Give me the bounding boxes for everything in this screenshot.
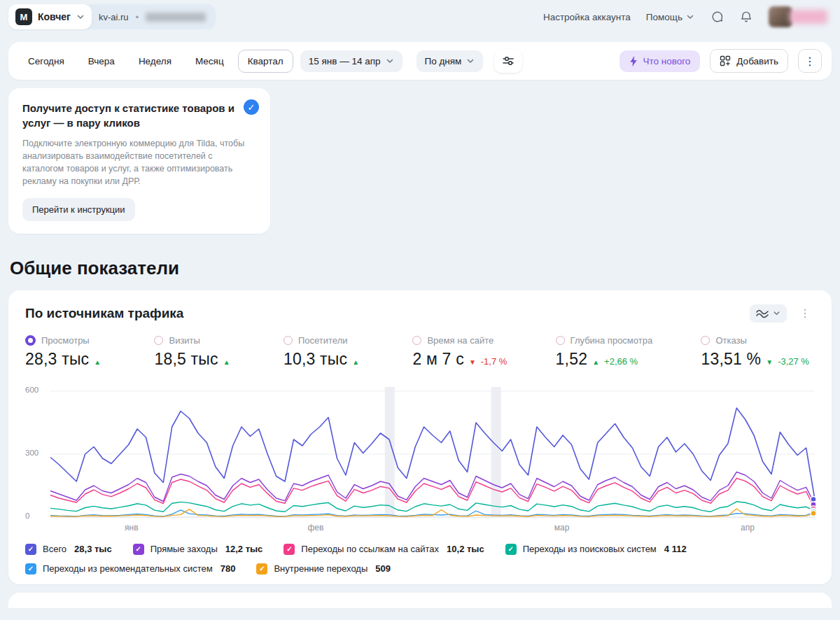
avatar xyxy=(769,6,792,27)
chevron-down-icon xyxy=(686,13,694,21)
checkbox-checked-icon: ✓ xyxy=(25,544,36,555)
x-axis-tick: фев xyxy=(307,523,323,533)
metric-users[interactable]: Посетители 10,3 тыс▲ xyxy=(284,335,364,369)
trend-arrow-icon: ▲ xyxy=(223,358,230,366)
widget-more-menu[interactable]: ⋮ xyxy=(795,305,815,321)
period-month[interactable]: Месяц xyxy=(186,50,234,73)
x-axis-tick: апр xyxy=(741,523,755,533)
toolbar-more-menu[interactable]: ⋮ xyxy=(798,49,822,73)
checkbox-checked-icon: ✓ xyxy=(256,563,267,575)
trend-arrow-icon: ▼ xyxy=(766,358,773,366)
trend-arrow-icon: ▲ xyxy=(94,358,101,366)
help-menu[interactable]: Помощь xyxy=(646,12,694,22)
checkbox-checked-icon: ✓ xyxy=(505,544,517,555)
legend-recommendation[interactable]: ✓ Переходы из рекомендательных систем 78… xyxy=(25,563,235,575)
counter-id-redacted xyxy=(146,13,206,22)
metric-pageviews[interactable]: Просмотры 28,3 тыс▲ xyxy=(25,335,106,369)
line-chart-icon xyxy=(756,309,769,318)
traffic-sources-widget: По источникам трафика ⋮ Просмотры 28,3 т… xyxy=(8,290,832,584)
radio-icon xyxy=(412,336,421,345)
add-widget-button[interactable]: Добавить xyxy=(710,49,788,73)
add-grid-icon xyxy=(720,55,731,66)
segments-filter-button[interactable] xyxy=(494,49,522,73)
checkbox-checked-icon: ✓ xyxy=(25,563,36,575)
radio-icon xyxy=(701,336,710,345)
chevron-down-icon xyxy=(466,57,475,65)
next-widget-top-edge xyxy=(8,593,832,608)
period-week[interactable]: Неделя xyxy=(129,50,181,73)
promo-title: Получите доступ к статистике товаров и у… xyxy=(22,101,238,130)
whats-new-button[interactable]: Что нового xyxy=(620,50,700,72)
period-today[interactable]: Сегодня xyxy=(18,50,74,73)
trend-arrow-icon: ▲ xyxy=(352,358,359,366)
chevron-down-icon xyxy=(76,13,85,21)
x-axis-tick: янв xyxy=(125,523,139,533)
period-yesterday[interactable]: Вчера xyxy=(78,50,125,73)
legend-site-links[interactable]: ✓ Переходы по ссылкам на сайтах 10,2 тыс xyxy=(284,544,484,555)
radio-icon xyxy=(556,336,565,345)
separator-dot: • xyxy=(136,12,139,22)
metric-selector-row: Просмотры 28,3 тыс▲ Визиты 18,5 тыс▲ Пос… xyxy=(25,335,815,369)
user-account[interactable] xyxy=(769,6,827,27)
ecommerce-promo-card: Получите доступ к статистике товаров и у… xyxy=(8,88,270,234)
legend-direct[interactable]: ✓ Прямые заходы 12,2 тыс xyxy=(133,544,263,555)
radio-icon xyxy=(284,336,293,345)
period-quarter[interactable]: Квартал xyxy=(238,50,293,73)
checkbox-checked-icon: ✓ xyxy=(133,544,144,555)
metric-time-on-site[interactable]: Время на сайте 2 м 7 с▼-1,7 % xyxy=(412,335,507,369)
granularity-select[interactable]: По дням xyxy=(416,50,484,72)
widget-title: По источникам трафика xyxy=(25,306,183,321)
chat-icon[interactable] xyxy=(710,10,724,24)
checkbox-checked-icon: ✓ xyxy=(284,544,295,555)
trend-arrow-icon: ▼ xyxy=(469,358,476,366)
line-chart-plot[interactable] xyxy=(50,387,815,520)
promo-instructions-button[interactable]: Перейти к инструкции xyxy=(22,198,135,221)
date-range-picker[interactable]: 15 янв — 14 апр xyxy=(300,50,402,72)
legend-search[interactable]: ✓ Переходы из поисковых систем 4 112 xyxy=(505,544,687,555)
chevron-down-icon xyxy=(773,309,780,317)
x-axis: янв фев мар апр xyxy=(50,523,815,535)
counter-selector[interactable]: M Ковчег xyxy=(8,4,92,29)
username-redacted xyxy=(790,10,827,24)
chart-type-select[interactable] xyxy=(750,304,787,323)
topbar-right: Настройка аккаунта Помощь xyxy=(543,6,827,27)
y-axis-tick: 300 xyxy=(25,449,45,457)
chevron-down-icon xyxy=(386,57,394,65)
metric-visits[interactable]: Визиты 18,5 тыс▲ xyxy=(154,335,234,369)
counter-name: Ковчег xyxy=(38,11,71,22)
legend-total[interactable]: ✓ Всего 28,3 тыс xyxy=(25,544,112,555)
lightning-icon xyxy=(629,56,638,66)
page-title: Общие показатели xyxy=(10,258,840,279)
y-axis-tick: 600 xyxy=(25,386,45,394)
topbar: M Ковчег kv-ai.ru • Настройка аккаунта П… xyxy=(0,0,840,34)
trend-arrow-icon: ▲ xyxy=(592,358,599,366)
account-settings-link[interactable]: Настройка аккаунта xyxy=(543,12,631,22)
site-link[interactable]: kv-ai.ru xyxy=(99,12,129,22)
radio-icon xyxy=(25,335,36,346)
legend-internal[interactable]: ✓ Внутренние переходы 509 xyxy=(256,563,391,575)
radio-icon xyxy=(154,336,163,345)
period-toolbar: Сегодня Вчера Неделя Месяц Квартал 15 ян… xyxy=(8,42,832,80)
notifications-bell-icon[interactable] xyxy=(739,10,753,24)
y-axis-tick: 0 xyxy=(25,512,45,520)
chart-legend: ✓ Всего 28,3 тыс ✓ Прямые заходы 12,2 ты… xyxy=(25,544,815,575)
promo-description: Подключите электронную коммерцию для Til… xyxy=(22,137,246,188)
metric-bounce-rate[interactable]: Отказы 13,51 %▼-3,27 % xyxy=(701,335,809,369)
metric-depth[interactable]: Глубина просмотра 1,52▲+2,66 % xyxy=(556,335,653,369)
verified-check-icon: ✓ xyxy=(244,99,259,115)
counter-logo: M xyxy=(15,8,32,25)
counter-group: M Ковчег kv-ai.ru • xyxy=(8,4,216,29)
x-axis-tick: мар xyxy=(554,523,570,533)
traffic-chart[interactable]: 600 300 0 янв фев мар апр xyxy=(25,387,815,535)
sliders-icon xyxy=(502,55,514,67)
